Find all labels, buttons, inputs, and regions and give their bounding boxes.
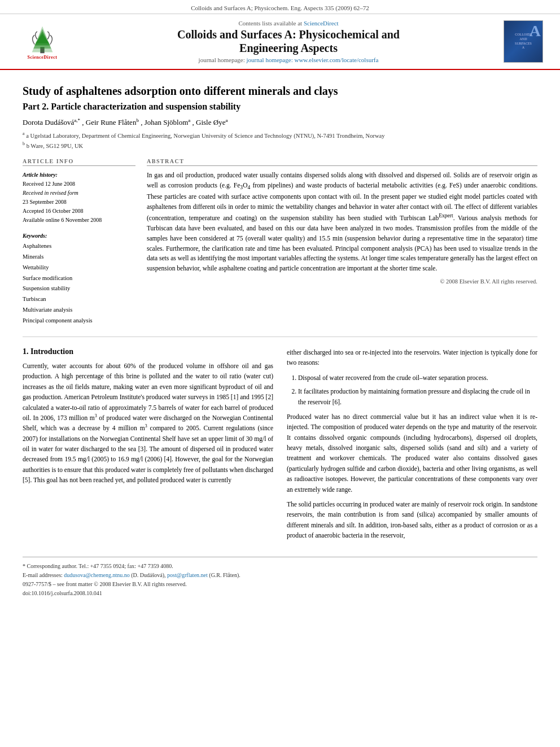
abstract-text: In gas and oil production, produced wate… bbox=[147, 171, 537, 287]
intro-section-number: 1. bbox=[23, 347, 29, 356]
section-divider bbox=[23, 337, 537, 337]
received-date: Received 12 June 2008 bbox=[23, 180, 135, 189]
list-item-2: It facilitates production by maintaining… bbox=[298, 386, 537, 407]
abstract-body-text: In gas and oil production, produced wate… bbox=[147, 172, 537, 272]
contents-text: Contents lists available at bbox=[238, 20, 302, 27]
intro-paragraph-right-2: Produced water has no direct commercial … bbox=[287, 412, 537, 495]
affiliation-a: a a Ugelstad Laboratory, Department of C… bbox=[23, 130, 537, 140]
author3-name: , Johan Sjöblom bbox=[141, 118, 188, 126]
author2-name: , Geir Rune Flåten bbox=[82, 118, 136, 126]
email1-link[interactable]: dudusova@chemeng.ntnu.no bbox=[64, 572, 129, 578]
intro-paragraph-right-1: either discharged into sea or re-injecte… bbox=[287, 347, 537, 368]
footnote-star: * Corresponding author. Tel.: +47 7355 0… bbox=[23, 562, 537, 571]
author3-sup: a bbox=[188, 117, 190, 123]
keyword-turbiscan: Turbiscan bbox=[23, 294, 135, 305]
intro-title-text: Introduction bbox=[30, 347, 73, 356]
footnote-doi: doi:10.1016/j.colsurfa.2008.10.041 bbox=[23, 589, 537, 598]
authors-line: Dorota Dudášováa,* , Geir Rune Flåtenb ,… bbox=[23, 117, 537, 127]
article-subtitle-text: Part 2. Particle characterization and su… bbox=[23, 102, 240, 111]
author4-sup: a bbox=[225, 117, 228, 123]
abstract-column: ABSTRACT In gas and oil production, prod… bbox=[147, 158, 537, 326]
author1-sup: a,* bbox=[74, 117, 80, 123]
abstract-header: ABSTRACT bbox=[147, 158, 537, 166]
corresponding-author-note: * Corresponding author. Tel.: +47 7355 0… bbox=[23, 563, 173, 569]
article-body: Study of asphaltenes adsorption onto dif… bbox=[0, 70, 560, 609]
elsevier-logo: ScienceDirect bbox=[11, 24, 73, 60]
article-history: Article history: Received 12 June 2008 R… bbox=[23, 171, 135, 225]
article-info-abstract: ARTICLE INFO Article history: Received 1… bbox=[23, 158, 537, 326]
footnotes-area: * Corresponding author. Tel.: +47 7355 0… bbox=[23, 557, 537, 598]
footnote-issn: 0927-7757/$ – see front matter © 2008 El… bbox=[23, 580, 537, 589]
author4-name: , Gisle Øye bbox=[193, 118, 226, 126]
accepted-date: Accepted 16 October 2008 bbox=[23, 207, 135, 216]
journal-title-line1: Colloids and Surfaces A: Physicochemical… bbox=[177, 28, 400, 41]
main-text-left: 1. Introduction Currently, water account… bbox=[23, 347, 273, 545]
list-item-1-text: Disposal of water recovered from the cru… bbox=[298, 374, 488, 381]
author2-sup: b bbox=[136, 117, 139, 123]
keyword-minerals: Minerals bbox=[23, 252, 135, 263]
keyword-wettability: Wettability bbox=[23, 263, 135, 273]
keyword-multivariate: Multivariate analysis bbox=[23, 305, 135, 316]
email1-note: (D. Dudášová), bbox=[131, 572, 165, 578]
history-label: Article history: bbox=[23, 171, 135, 180]
affiliation-b: b b Ware, SG12 9PU, UK bbox=[23, 141, 537, 150]
author1-name: Dorota Dudášová bbox=[23, 118, 74, 126]
sciencedirect-link[interactable]: ScienceDirect bbox=[304, 20, 339, 27]
main-content: 1. Introduction Currently, water account… bbox=[23, 347, 537, 545]
journal-title-line2: Engineering Aspects bbox=[239, 42, 338, 54]
keywords-block: Keywords: Asphaltenes Minerals Wettabili… bbox=[23, 233, 135, 326]
intro-section-title: 1. Introduction bbox=[23, 347, 273, 356]
journal-cover-image: A COLLOIDSANDSURFACESA bbox=[504, 20, 543, 63]
homepage-prefix: journal homepage: bbox=[199, 56, 247, 63]
journal-cover-thumbnail: A COLLOIDSANDSURFACESA bbox=[504, 20, 549, 63]
copyright-notice: © 2008 Elsevier B.V. All rights reserved… bbox=[147, 277, 537, 286]
keyword-asphaltenes: Asphaltenes bbox=[23, 241, 135, 252]
journal-reference: Colloids and Surfaces A; Physicochem. En… bbox=[0, 0, 560, 14]
list-item-1: Disposal of water recovered from the cru… bbox=[298, 373, 537, 383]
journal-title: Colloids and Surfaces A: Physicochemical… bbox=[79, 28, 498, 55]
doi-text: doi:10.1016/j.colsurfa.2008.10.041 bbox=[23, 590, 102, 596]
elsevier-tree-icon bbox=[23, 24, 62, 55]
email-label: E-mail addresses: bbox=[23, 572, 63, 578]
journal-info-center: Contents lists available at ScienceDirec… bbox=[79, 20, 498, 63]
keyword-surface-modification: Surface modification bbox=[23, 273, 135, 284]
homepage-link[interactable]: journal homepage: www.elsevier.com/locat… bbox=[247, 56, 379, 63]
revised-label: Received in revised form bbox=[23, 189, 135, 198]
elsevier-logo-area: ScienceDirect bbox=[11, 24, 73, 60]
revised-date: 23 September 2008 bbox=[23, 198, 135, 207]
keywords-title: Keywords: bbox=[23, 233, 135, 239]
article-title: Study of asphaltenes adsorption onto dif… bbox=[23, 84, 537, 98]
article-subtitle: Part 2. Particle characterization and su… bbox=[23, 102, 537, 112]
cover-label: COLLOIDSANDSURFACESA bbox=[515, 33, 532, 50]
keyword-pca: Principal component analysis bbox=[23, 316, 135, 326]
keywords-list: Asphaltenes Minerals Wettability Surface… bbox=[23, 241, 135, 326]
main-text-right: either discharged into sea or re-injecte… bbox=[287, 347, 537, 545]
journal-header: ScienceDirect Contents lists available a… bbox=[0, 14, 560, 70]
water-injection-list: Disposal of water recovered from the cru… bbox=[298, 373, 537, 407]
journal-citation-text: Colloids and Surfaces A; Physicochem. En… bbox=[191, 5, 369, 11]
email2-note: (G.R. Flåten). bbox=[209, 572, 240, 578]
article-info-column: ARTICLE INFO Article history: Received 1… bbox=[23, 158, 135, 326]
affiliations: a a Ugelstad Laboratory, Department of C… bbox=[23, 130, 537, 150]
intro-paragraph-right-3: The solid particles occurring in produce… bbox=[287, 499, 537, 541]
footnote-emails: E-mail addresses: dudusova@chemeng.ntnu.… bbox=[23, 571, 537, 580]
homepage-line: journal homepage: journal homepage: www.… bbox=[79, 56, 498, 63]
email2-link[interactable]: post@grflaten.net bbox=[167, 572, 208, 578]
available-date: Available online 6 November 2008 bbox=[23, 216, 135, 225]
article-title-line1: Study of asphaltenes adsorption onto dif… bbox=[23, 85, 338, 97]
intro-paragraph-1: Currently, water accounts for about 60% … bbox=[23, 361, 273, 486]
keyword-suspension-stability: Suspension stability bbox=[23, 283, 135, 294]
issn-text: 0927-7757/$ – see front matter © 2008 El… bbox=[23, 581, 187, 587]
article-info-header: ARTICLE INFO bbox=[23, 158, 135, 166]
elsevier-label-text: ScienceDirect bbox=[28, 55, 58, 60]
contents-available-line: Contents lists available at ScienceDirec… bbox=[79, 20, 498, 27]
